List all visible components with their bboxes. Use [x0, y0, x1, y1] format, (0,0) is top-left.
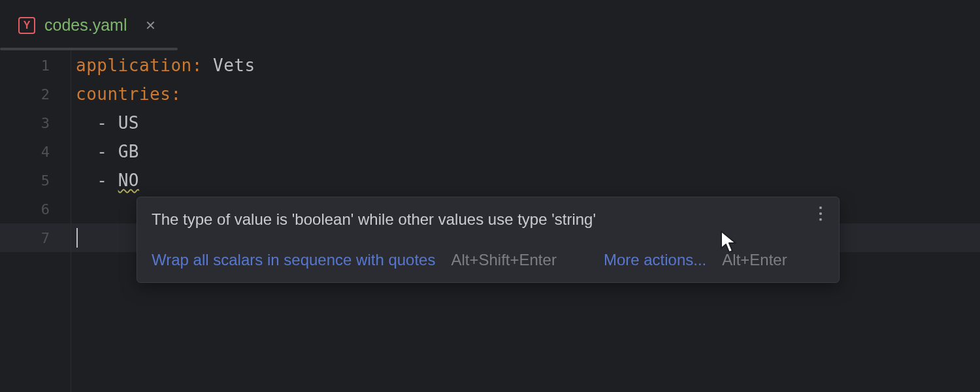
inspection-tooltip: The type of value is 'boolean' while oth… [137, 197, 840, 283]
code-line[interactable]: 4 - GB [0, 137, 980, 166]
shortcut-hint: Alt+Shift+Enter [451, 251, 556, 269]
close-icon[interactable]: ✕ [145, 19, 156, 32]
line-number: 6 [0, 201, 71, 218]
line-number: 5 [0, 172, 71, 189]
yaml-value: Vets [213, 56, 255, 75]
line-number: 4 [0, 144, 71, 160]
code-line[interactable]: 5 - NO [0, 166, 980, 195]
text-caret [76, 228, 78, 248]
inspection-message: The type of value is 'boolean' while oth… [152, 209, 825, 230]
yaml-value: GB [118, 142, 139, 161]
yaml-key: application [76, 56, 192, 75]
yaml-key: countries [76, 84, 171, 104]
yaml-value-warning: NO [118, 171, 139, 190]
shortcut-hint: Alt+Enter [722, 251, 787, 269]
code-line[interactable]: 3 - US [0, 108, 980, 137]
yaml-file-icon: Y [18, 17, 35, 34]
more-actions-link[interactable]: More actions... [604, 251, 706, 269]
line-number: 2 [0, 86, 71, 103]
active-tab-indicator [0, 48, 178, 50]
tab-filename: codes.yaml [44, 16, 127, 35]
yaml-value: US [118, 113, 139, 133]
line-number: 7 [0, 230, 71, 246]
more-vertical-icon[interactable] [813, 206, 828, 221]
code-line[interactable]: 2 countries: [0, 80, 980, 108]
line-number: 3 [0, 115, 71, 131]
code-line[interactable]: 1 application: Vets [0, 51, 980, 80]
editor-tabs: Y codes.yaml ✕ [0, 0, 980, 51]
line-number: 1 [0, 57, 71, 74]
tab-codes-yaml[interactable]: Y codes.yaml ✕ [13, 12, 161, 39]
quick-fix-primary[interactable]: Wrap all scalars in sequence with quotes [152, 251, 435, 269]
